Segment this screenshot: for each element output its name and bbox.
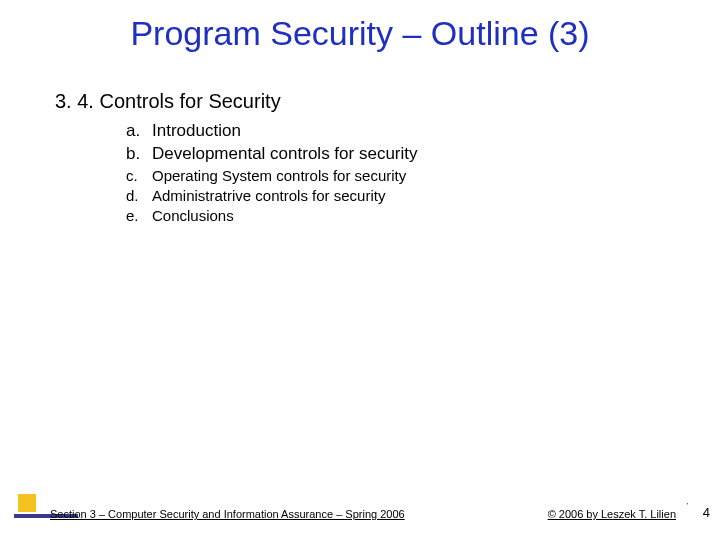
list-text: Operating System controls for security — [152, 166, 406, 186]
list-marker: b. — [126, 143, 152, 166]
footer-left: Section 3 – Computer Security and Inform… — [50, 508, 405, 520]
list-text: Conclusions — [152, 206, 234, 226]
list-marker: c. — [126, 166, 152, 186]
footer-right: © 2006 by Leszek T. Lilien — [548, 508, 676, 520]
list-text: Developmental controls for security — [152, 143, 418, 166]
list-item: e. Conclusions — [126, 206, 418, 226]
list-item: b. Developmental controls for security — [126, 143, 418, 166]
list-marker: e. — [126, 206, 152, 226]
tick-mark: ' — [686, 501, 688, 510]
accent-square-icon — [18, 494, 36, 512]
slide: Program Security – Outline (3) 3. 4. Con… — [0, 0, 720, 540]
outline-list: a. Introduction b. Developmental control… — [126, 120, 418, 227]
list-marker: a. — [126, 120, 152, 143]
slide-title: Program Security – Outline (3) — [0, 14, 720, 53]
list-text: Administratrive controls for security — [152, 186, 385, 206]
page-number: 4 — [703, 505, 710, 520]
list-marker: d. — [126, 186, 152, 206]
section-heading: 3. 4. Controls for Security — [55, 90, 281, 113]
list-item: d. Administratrive controls for security — [126, 186, 418, 206]
list-item: c. Operating System controls for securit… — [126, 166, 418, 186]
list-item: a. Introduction — [126, 120, 418, 143]
list-text: Introduction — [152, 120, 241, 143]
